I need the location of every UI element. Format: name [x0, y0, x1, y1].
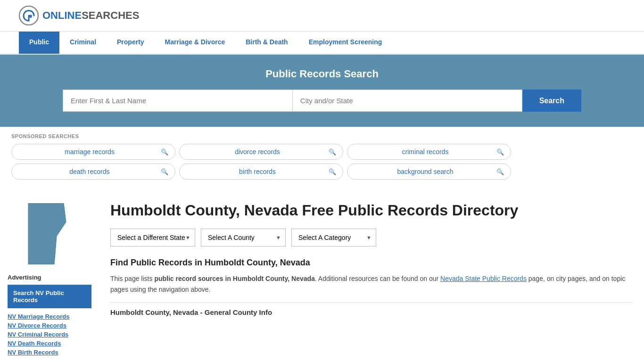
search-icon-2: 🔍	[496, 148, 504, 156]
find-text: This page lists public record sources in…	[110, 273, 633, 295]
search-band: Public Records Search Search	[0, 55, 644, 127]
search-button[interactable]: Search	[522, 90, 581, 112]
pill-text-1: divorce records	[186, 148, 329, 156]
sponsored-pill-4[interactable]: birth records 🔍	[179, 164, 343, 180]
sponsored-pill-3[interactable]: death records 🔍	[11, 164, 175, 180]
name-input[interactable]	[63, 90, 292, 112]
nav-item-employment[interactable]: Employment Screening	[298, 32, 393, 54]
advertising-label: Advertising	[8, 274, 91, 281]
header: ONLINESEARCHES	[0, 0, 644, 32]
nav-item-birth-death[interactable]: Birth & Death	[235, 32, 298, 54]
category-dropdown[interactable]: Select A Category	[291, 229, 376, 247]
sponsored-pill-0[interactable]: marriage records 🔍	[11, 144, 175, 160]
logo-icon	[19, 6, 39, 25]
sidebar-link-1[interactable]: NV Divorce Records	[8, 322, 91, 329]
svg-marker-1	[28, 203, 66, 264]
sponsored-pill-1[interactable]: divorce records 🔍	[179, 144, 343, 160]
location-input[interactable]	[292, 90, 522, 112]
logo: ONLINESEARCHES	[19, 6, 139, 25]
dropdowns-row: Select a Different State Select A County…	[110, 229, 633, 247]
nav-item-criminal[interactable]: Criminal	[59, 32, 107, 54]
search-icon-3: 🔍	[161, 168, 168, 175]
pill-text-4: birth records	[186, 168, 329, 175]
logo-text: ONLINESEARCHES	[42, 9, 139, 22]
find-title: Find Public Records in Humboldt County, …	[110, 258, 633, 268]
search-icon-5: 🔍	[496, 168, 504, 175]
sidebar: Advertising Search NV Public Records NV …	[0, 194, 99, 362]
search-icon-4: 🔍	[329, 168, 336, 175]
nevada-map	[24, 203, 75, 264]
main-content: Humboldt County, Nevada Free Public Reco…	[99, 194, 644, 362]
sponsored-label: SPONSORED SEARCHES	[11, 133, 633, 139]
search-icon-1: 🔍	[329, 148, 336, 156]
sidebar-link-3[interactable]: NV Death Records	[8, 340, 91, 347]
pill-text-0: marriage records	[18, 148, 161, 156]
sponsored-pill-2[interactable]: criminal records 🔍	[347, 144, 511, 160]
sidebar-link-4[interactable]: NV Birth Records	[8, 349, 91, 356]
search-band-title: Public Records Search	[19, 68, 625, 80]
sidebar-link-2[interactable]: NV Criminal Records	[8, 331, 91, 338]
search-icon-0: 🔍	[161, 148, 168, 156]
sponsored-pill-5[interactable]: background search 🔍	[347, 164, 511, 180]
nav-item-property[interactable]: Property	[107, 32, 155, 54]
sidebar-ad-button[interactable]: Search NV Public Records	[8, 285, 91, 308]
county-dropdown[interactable]: Select A County	[201, 229, 286, 247]
pill-text-3: death records	[18, 168, 161, 175]
main-nav: Public Criminal Property Marriage & Divo…	[0, 32, 644, 55]
pill-text-5: background search	[354, 168, 496, 175]
state-dropdown[interactable]: Select a Different State	[110, 229, 195, 247]
nevada-records-link[interactable]: Nevada State Public Records	[440, 275, 527, 282]
page-title: Humboldt County, Nevada Free Public Reco…	[110, 201, 633, 219]
nav-item-marriage-divorce[interactable]: Marriage & Divorce	[155, 32, 236, 54]
nav-item-public[interactable]: Public	[19, 32, 59, 54]
section-heading: Humboldt County, Nevada - General County…	[110, 302, 633, 316]
sidebar-link-0[interactable]: NV Marriage Records	[8, 313, 91, 320]
pill-text-2: criminal records	[354, 148, 496, 156]
sponsored-grid: marriage records 🔍 divorce records 🔍 cri…	[11, 144, 511, 180]
